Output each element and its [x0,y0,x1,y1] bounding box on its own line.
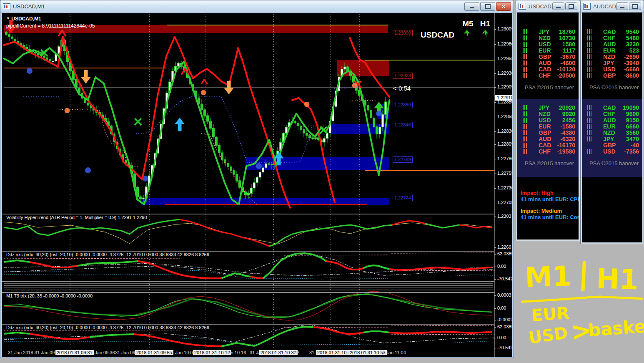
chart-window-icon [3,3,10,10]
panel-restore-button[interactable] [629,3,641,10]
close-button[interactable]: ✕ [496,2,511,11]
candlestick [218,146,221,153]
negative-bars-icon [523,143,527,148]
price-scale-tick: 1.23005 [497,26,512,31]
candlestick [239,181,241,187]
candlestick [201,104,203,110]
basket-row: USD2456 [517,117,579,123]
basket-row: EUR-1580 [517,123,579,129]
candlestick [143,198,145,199]
hand-drawing: M1|H1EURUSD>basket [516,244,644,363]
candlestick [52,61,54,62]
price-scale-tick: 1.22830 [497,129,512,134]
basket-row: CAD-16170 [517,142,579,148]
negative-bars-icon [587,54,591,59]
currency-value: 1117 [563,47,575,54]
sketch-underline [522,297,642,302]
currency-label: AUD [539,136,551,142]
candlestick [233,171,235,174]
positive-bars-icon [523,105,527,110]
news-impact-line [521,202,579,208]
positive-bars-icon [587,29,591,34]
price-level-tag: 1.22846 [393,122,413,128]
price-scale-tick: 1.2269 [497,245,511,250]
candlestick [312,138,314,139]
dot-signal-icon [256,163,262,169]
currency-label: GBP [539,129,551,136]
basket-window-audcad-h1: AUDCAD,H1CAD9540CHF5460AUD3230EUR523NZD-… [580,0,644,244]
indicator-label: Volatility HyperTrend (ATR Period = 1, M… [6,215,147,220]
candlestick [385,102,387,114]
window-title: USDCAD,M1 [13,3,45,10]
chart-symbol-header[interactable]: ▼ USDCAD,M1 [6,16,41,22]
chart-window-icon [583,3,591,10]
currency-value: 19090 [623,104,639,111]
main-window-titlebar[interactable]: USDCAD,M1 ✕ [0,0,514,13]
currency-value: 3560 [626,129,639,136]
currency-value: 5460 [626,35,639,41]
minimize-button[interactable] [464,2,479,11]
price-scale-tick: 1.22955 [497,56,512,61]
positive-bars-icon [587,136,591,141]
price-scale-tick: -70.542 [497,345,512,350]
currency-value: -2690 [624,53,639,60]
positive-bars-icon [523,42,527,47]
basket-section: CAD19090CHF9600AUD9150EUR6660NZD3560JPY3… [582,99,642,177]
dot-signal-icon [65,108,70,113]
basket-row: CHF-20500 [517,72,579,78]
candlestick [5,32,8,34]
candlestick [216,137,218,146]
currency-label: CAD [539,142,551,149]
candlestick [236,174,238,181]
sketch-text-separator: | [577,256,590,292]
candlestick [265,164,267,168]
candlestick [294,121,296,123]
candlestick [300,126,302,129]
currency-value: 20920 [559,104,575,111]
news-impact-section: Impact: High41 mins until EUR: CPIImpact… [517,190,579,220]
candlestick [253,183,256,188]
time-axis-label: :32 [293,350,299,355]
positive-bars-icon [587,130,591,135]
positive-bars-icon [523,48,527,53]
time-axis-label: 31 Jan 09:2 [35,350,59,355]
currency-value: 9920 [562,111,575,117]
time-axis[interactable]: 31 Jan 201831 Jan 09:22018.01.31 09:3131… [2,349,494,357]
psa-copyright: PSA ©2015 hanover [589,160,642,166]
currency-value: -20500 [557,72,575,79]
dot-signal-icon [27,68,33,74]
currency-value: 1580 [562,41,575,48]
panel-titlebar[interactable]: USDCAD,M1 [516,0,580,13]
currency-label: GBP [603,72,616,79]
restore-button[interactable] [480,2,495,11]
negative-bars-icon [523,149,527,154]
chart-client-area[interactable]: ▼ USDCAD,M1 pipdiffCurrent = 8.911111111… [2,13,512,357]
symbol-dropdown-icon[interactable]: ▼ [6,16,10,20]
currency-label: JPY [603,60,614,66]
candlestick [370,110,372,118]
currency-label: JPY [603,136,614,142]
negative-bars-icon [523,130,527,135]
panel-window-controls [616,3,641,10]
candlestick [271,164,273,165]
currency-value: 9150 [626,117,639,124]
currency-value: 523 [629,47,639,54]
panel-minimize-button[interactable] [552,3,564,10]
basket-section: JPY20920NZD9920USD2456EUR-1580GBP-4380AU… [517,99,579,177]
candlestick [46,58,48,59]
currency-label: AUD [539,60,551,66]
positive-bars-icon [587,42,591,47]
candlestick [35,52,37,53]
candlestick [29,49,31,51]
candlestick [297,123,299,126]
price-scale-tick: 1.22905 [497,84,512,89]
panel-titlebar[interactable]: AUDCAD,H1 [581,0,644,13]
price-level-tag: 1.22928 [393,73,413,79]
currency-label: USD [603,148,616,155]
positive-bars-icon [587,48,591,53]
panel-minimize-button[interactable] [616,3,628,10]
currency-value: 9600 [626,111,639,117]
candlestick [262,168,264,172]
panel-restore-button[interactable] [565,3,577,10]
time-axis-label: Jan 10:16 [226,350,246,355]
